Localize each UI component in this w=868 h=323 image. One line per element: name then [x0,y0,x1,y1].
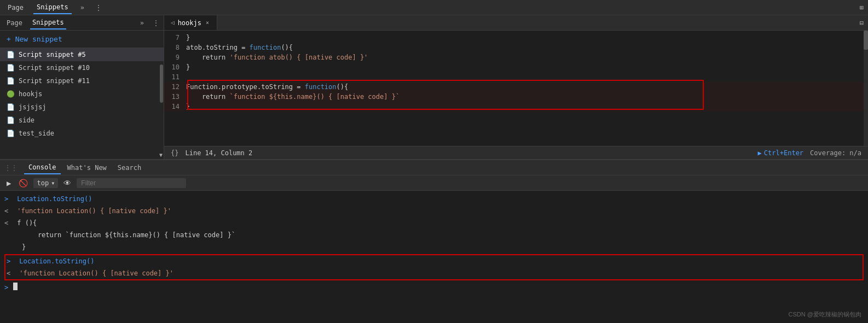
sidebar-tab-snippets[interactable]: Snippets [30,16,66,30]
context-label: top [37,179,49,187]
console-toolbar: ▶ 🚫 top ▾ 👁 [0,175,868,191]
editor-scrollbar-thumb [864,31,868,50]
code-line-14: 14 } [164,102,868,111]
list-item[interactable]: 📄 side [0,114,164,127]
sidebar-more-icon[interactable]: » [140,19,144,27]
editor-area: ◁ hookjs × ⊟ 7 } 8 atob.toString = funct… [164,15,868,159]
main-content: Page Snippets » ⋮ + New snippet 📄 Script… [0,15,868,159]
context-chevron: ▾ [51,179,55,187]
brackets-icon: {} [171,149,178,157]
context-selector[interactable]: top ▾ [33,178,58,188]
list-item[interactable]: 📄 test_side [0,127,164,140]
line-num: 9 [164,52,186,62]
console-output: > Location.toString() < 'function Locati… [0,191,868,323]
file-icon: 📄 [7,116,14,124]
console-prefix: < [4,218,13,228]
status-bar: {} Line 14, Column 2 ▶ Ctrl+Enter Covera… [164,146,868,159]
console-tab-whats-new[interactable]: What's New [63,162,111,174]
console-tab-console[interactable]: Console [24,161,61,174]
devtools-top-bar: Page Snippets » ⋮ ⊞ [0,0,868,15]
code-line-8: 8 atob.toString = function(){ [164,43,868,52]
code-editor[interactable]: 7 } 8 atob.toString = function(){ 9 retu… [164,31,868,146]
tab-snippets[interactable]: Snippets [33,1,72,14]
line-num: 13 [164,92,186,102]
list-item[interactable]: 📄 Script snippet #5 [0,48,164,61]
console-prefix: > [7,256,15,266]
run-snippet-button[interactable]: ▶ Ctrl+Enter Coverage: n/a [758,149,861,157]
tab-close-icon[interactable]: × [205,19,210,26]
console-input-line[interactable]: > [0,281,868,293]
console-eye-icon[interactable]: 👁 [61,178,73,189]
list-item[interactable]: 🟢 hookjs [0,87,164,101]
line-num: 11 [164,72,186,82]
watermark: CSDN @爱吃辣椒的锅包肉 [789,310,861,319]
console-prefix: < [7,268,15,278]
console-line: > Location.toString() [7,255,861,267]
snippet-name: hookjs [19,90,42,98]
line-num: 10 [164,62,186,72]
devtools-menu-icon[interactable]: ⋮ [95,4,102,11]
sidebar-tab-page[interactable]: Page [4,17,25,29]
console-text: Location.toString() [15,256,861,266]
list-item[interactable]: 📄 Script snippet #10 [0,61,164,74]
line-content: return 'function atob() { [native code] … [186,52,868,62]
new-snippet-button[interactable]: + New snippet [0,31,164,48]
snippet-name: Script snippet #10 [19,64,90,72]
snippet-name: jsjsjsj [19,103,47,111]
code-line-10: 10 } [164,62,868,72]
status-position: Line 14, Column 2 [185,149,252,157]
console-grip-icon: ⋮⋮ [4,164,18,172]
code-line-7: 7 } [164,33,868,43]
line-content: } [186,62,868,72]
sidebar-scroll-down[interactable]: ▼ [158,151,164,159]
tab-filename: hookjs [178,19,201,27]
tab-page[interactable]: Page [4,2,27,14]
more-tabs-icon[interactable]: » [78,3,86,13]
console-highlight-group: > Location.toString() < 'function Locati… [4,254,864,280]
tab-back-icon: ◁ [171,19,175,26]
console-text: Location.toString() [13,194,864,204]
console-text: } [22,242,864,252]
new-snippet-label: + New snippet [7,35,62,43]
list-item[interactable]: 📄 jsjsjsj [0,101,164,114]
file-icon: 📄 [7,51,14,58]
console-line: < 'function Location() { [native code] }… [0,205,868,217]
console-run-icon[interactable]: ▶ [4,178,13,189]
sidebar-dots-icon[interactable]: ⋮ [153,19,159,27]
list-item[interactable]: 📄 Script snippet #11 [0,74,164,87]
snippet-name: Script snippet #11 [19,77,90,85]
sidebar-tabs: Page Snippets » ⋮ [0,15,164,31]
console-text: return `function ${this.name}() { [nativ… [22,230,864,240]
run-icon: ▶ [758,149,762,157]
console-prefix: > [4,194,13,204]
console-tabs: ⋮⋮ Console What's New Search [0,160,868,175]
sidebar: Page Snippets » ⋮ + New snippet 📄 Script… [0,15,164,159]
line-content: Function.prototype.toString = function()… [186,82,868,92]
line-content: return `function ${this.name}() { [nativ… [186,92,868,102]
line-content: atob.toString = function(){ [186,43,868,52]
console-line: < 'function Location() { [native code] }… [7,267,861,279]
console-tab-search[interactable]: Search [113,162,146,174]
console-clear-icon[interactable]: 🚫 [16,178,30,189]
file-icon: 📄 [7,103,14,111]
editor-scrollbar[interactable] [864,31,868,146]
snippet-name: test_side [19,130,54,137]
console-cursor [13,283,18,290]
line-num: 7 [164,33,186,43]
editor-tab-hookjs[interactable]: ◁ hookjs × [164,15,217,30]
editor-expand-btn[interactable]: ⊟ [855,19,868,27]
file-icon: 🟢 [7,90,14,98]
console-text: f (){ [13,218,864,228]
file-icon: 📄 [7,130,14,137]
sidebar-scrollbar-thumb [160,64,163,103]
expand-icon[interactable]: ⊞ [860,4,864,11]
console-line: return `function ${this.name}() { [nativ… [0,229,868,241]
console-text: 'function Location() { [native code] }' [13,206,864,216]
console-filter-input[interactable] [77,178,186,188]
snippet-name: Script snippet #5 [19,51,86,58]
coverage-label: Coverage: n/a [810,149,861,157]
run-label: Ctrl+Enter [764,149,803,157]
console-section: ⋮⋮ Console What's New Search ▶ 🚫 top ▾ 👁… [0,159,868,323]
editor-tabs: ◁ hookjs × ⊟ [164,15,868,31]
file-icon: 📄 [7,77,14,85]
